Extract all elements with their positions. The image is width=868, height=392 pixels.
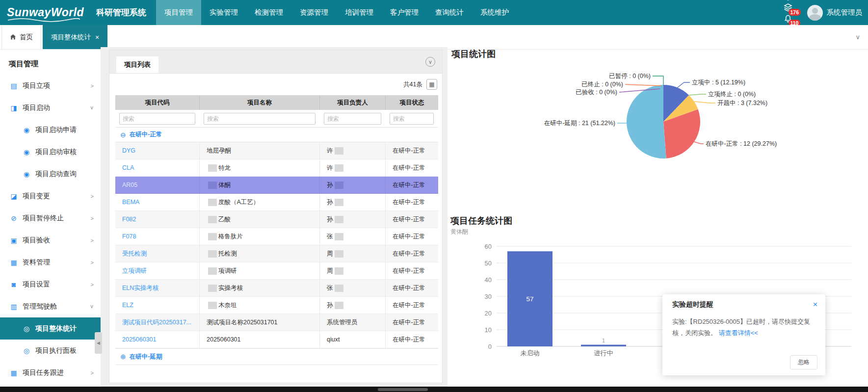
- group-row-collapsed[interactable]: ⊕ 在研中-延期: [115, 348, 438, 365]
- column-search-input[interactable]: [390, 113, 434, 125]
- table-row[interactable]: DYG地屈孕酮许在研中-正常: [115, 142, 438, 159]
- tab-home[interactable]: 首页: [1, 25, 41, 49]
- chevron-right-icon[interactable]: >: [91, 370, 94, 376]
- sidebar-item[interactable]: ▣项目验收>: [0, 229, 101, 251]
- group-label[interactable]: 在研中-正常: [130, 131, 162, 139]
- project-name-cell: 度酸（A工艺）: [200, 194, 320, 211]
- popup-close-icon[interactable]: ×: [813, 301, 817, 309]
- panel-collapse-icon[interactable]: ∨: [425, 57, 435, 67]
- nav-item[interactable]: 项目管理: [156, 0, 201, 25]
- table-row[interactable]: AR05体酮孙在研中-正常: [115, 177, 438, 194]
- nav-item[interactable]: 检测管理: [246, 0, 291, 25]
- nav-item[interactable]: 培训管理: [337, 0, 382, 25]
- sidebar-item[interactable]: ◎项目整体统计: [0, 317, 101, 340]
- tab-close-icon[interactable]: ×: [95, 33, 99, 41]
- column-search-input[interactable]: [119, 113, 195, 125]
- table-row[interactable]: ELZ木奈坦孙在研中-正常: [115, 297, 438, 314]
- chevron-down-icon[interactable]: ∨: [90, 303, 94, 310]
- project-code-link[interactable]: 立项调研: [122, 267, 147, 275]
- group-row-expanded[interactable]: ⊖ 在研中-正常: [115, 128, 438, 142]
- nav-item[interactable]: 资源管理: [291, 0, 337, 25]
- nav-item[interactable]: 查询统计: [427, 0, 472, 25]
- project-code-link[interactable]: DYG: [122, 147, 135, 154]
- table-settings-icon[interactable]: ▦: [426, 79, 437, 90]
- tabbar-chevron-down-icon[interactable]: ∨: [855, 33, 868, 41]
- chevron-right-icon[interactable]: >: [91, 260, 94, 265]
- nav-item[interactable]: 系统维护: [472, 0, 517, 25]
- sidebar-item[interactable]: ◪项目变更>: [0, 185, 101, 207]
- table-row[interactable]: ELN实操考核实操考核张在研中-正常: [115, 280, 438, 297]
- nav-item[interactable]: 实验管理: [201, 0, 246, 25]
- project-code-link[interactable]: ELZ: [122, 302, 133, 309]
- project-code-link[interactable]: AR05: [122, 182, 137, 188]
- sidebar-collapse-handle[interactable]: ◀: [95, 332, 102, 354]
- project-code-cell: F078: [115, 228, 200, 245]
- sidebar-item[interactable]: ▦项目任务跟进>: [0, 362, 101, 384]
- table-row[interactable]: CLA特龙许在研中-正常: [115, 159, 438, 177]
- pie-slice[interactable]: [627, 85, 666, 158]
- sidebar-item[interactable]: ▤项目立项>: [0, 75, 101, 97]
- chevron-right-icon[interactable]: >: [91, 215, 94, 221]
- chevron-right-icon[interactable]: >: [91, 237, 94, 243]
- project-code-link[interactable]: 受托检测: [122, 250, 147, 258]
- chevron-down-icon[interactable]: ∨: [90, 105, 94, 111]
- project-code-link[interactable]: 测试项目代码20250317...: [122, 318, 191, 327]
- collapse-group-icon[interactable]: ⊖: [120, 131, 126, 139]
- table-row[interactable]: 立项调研项调研周在研中-正常: [115, 262, 438, 280]
- column-header[interactable]: 项目名称: [200, 95, 320, 110]
- column-header[interactable]: 项目代码: [115, 95, 200, 110]
- popup-detail-link[interactable]: 请查看详情<<: [719, 329, 758, 337]
- ignore-button[interactable]: 忽略: [790, 355, 817, 369]
- sidebar-item[interactable]: ▥管理驾驶舱∨: [0, 295, 101, 317]
- column-search-input[interactable]: [324, 113, 381, 125]
- column-header[interactable]: 项目负责人: [320, 95, 386, 110]
- column-header[interactable]: 项目状态: [386, 95, 438, 110]
- chevron-right-icon[interactable]: >: [91, 193, 94, 199]
- sidebar-item-label: 项目启动查询: [35, 170, 77, 179]
- sidebar-item-icon: ▣: [9, 236, 19, 244]
- sidebar-item[interactable]: ◉项目启动查询: [0, 163, 101, 185]
- project-code-link[interactable]: ELN实操考核: [122, 284, 158, 292]
- sidebar-item-label: 项目启动审核: [35, 148, 77, 157]
- table-row[interactable]: 受托检测托检测周在研中-正常: [115, 245, 438, 262]
- bottom-scrollbar-thumb[interactable]: [378, 388, 428, 391]
- column-search-input[interactable]: [204, 113, 316, 125]
- search-cell: [320, 113, 386, 125]
- sidebar-item[interactable]: ◎项目执行面板: [0, 340, 101, 362]
- project-code-link[interactable]: BEMA: [122, 199, 139, 206]
- tab-project-overall-stats[interactable]: 项目整体统计 ×: [43, 25, 107, 49]
- user-avatar[interactable]: [807, 5, 823, 21]
- project-name-cell: 地屈孕酮: [200, 142, 320, 159]
- sidebar-item[interactable]: ⊘项目暂停终止>: [0, 207, 101, 229]
- search-cell: [115, 113, 200, 125]
- group-label[interactable]: 在研中-延期: [130, 353, 162, 361]
- project-code-link[interactable]: F082: [122, 216, 136, 223]
- sidebar-item[interactable]: ▦资料管理>: [0, 251, 101, 273]
- record-count: 共41条: [403, 80, 422, 89]
- sidebar-item[interactable]: ◉项目启动审核: [0, 141, 101, 163]
- table-row[interactable]: F078格鲁肽片张在研中-正常: [115, 228, 438, 245]
- chevron-right-icon[interactable]: >: [91, 282, 94, 287]
- sidebar: 项目管理 ▤项目立项>◨项目启动∨◉项目启动申请◉项目启动审核◉项目启动查询◪项…: [0, 50, 101, 387]
- nav-item[interactable]: 客户管理: [382, 0, 427, 25]
- project-code-link[interactable]: F078: [122, 233, 136, 240]
- project-code-link[interactable]: 2025060301: [122, 336, 157, 343]
- pie-label: 立项中 : 5 (12.19%): [692, 79, 745, 86]
- table-row[interactable]: 20250603012025060301qiuxt在研中-正常: [115, 331, 438, 348]
- expand-group-icon[interactable]: ⊕: [120, 353, 126, 361]
- sidebar-item[interactable]: ◨项目启动∨: [0, 97, 101, 119]
- table-row[interactable]: F082乙酸孙在研中-正常: [115, 211, 438, 228]
- chevron-right-icon[interactable]: >: [91, 83, 94, 89]
- table-row[interactable]: BEMA度酸（A工艺）孙在研中-正常: [115, 194, 438, 211]
- table-row[interactable]: 测试项目代码20250317...测试项目名称2025031701系统管理员在研…: [115, 314, 438, 331]
- project-status-cell: 在研中-正常: [386, 211, 438, 228]
- sidebar-item-label: 项目立项: [23, 81, 50, 90]
- project-list-tab[interactable]: 项目列表: [116, 56, 158, 73]
- bar[interactable]: [581, 345, 626, 346]
- sidebar-item[interactable]: ◉项目启动申请: [0, 119, 101, 141]
- table-header-row: 项目代码项目名称项目负责人项目状态: [115, 95, 438, 110]
- user-name[interactable]: 系统管理员: [827, 8, 863, 17]
- sidebar-item[interactable]: ◙项目设置>: [0, 273, 101, 295]
- project-code-link[interactable]: CLA: [122, 164, 134, 171]
- redacted-block: [208, 199, 217, 206]
